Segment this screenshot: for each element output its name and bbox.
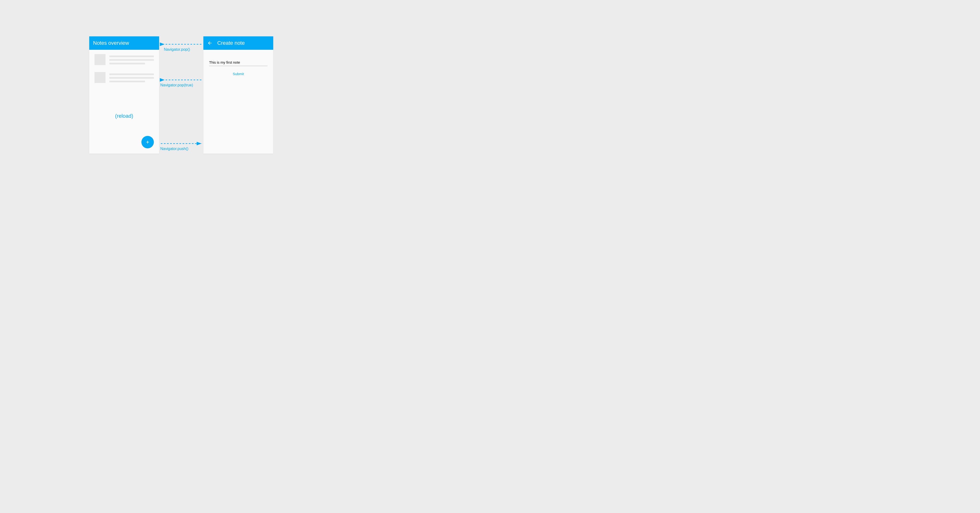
- thumbnail-placeholder: [94, 54, 105, 65]
- list-item[interactable]: [94, 72, 154, 84]
- skeleton-line: [109, 63, 145, 64]
- create-form: Submit: [204, 50, 273, 76]
- appbar-overview: Notes overview: [89, 37, 159, 50]
- label-navigator-pop: Navigator.pop(): [164, 47, 190, 52]
- skeleton-line: [109, 59, 154, 61]
- label-navigator-pop-true: Navigator.pop(true): [160, 83, 193, 87]
- navigation-arrows: [0, 0, 363, 190]
- label-navigator-push: Navigator.push(): [160, 147, 188, 151]
- add-note-fab[interactable]: +: [142, 136, 154, 148]
- skeleton-line: [109, 56, 154, 57]
- text-placeholder: [109, 54, 154, 66]
- list-item[interactable]: [94, 54, 154, 66]
- notes-list: [89, 50, 159, 94]
- text-placeholder: [109, 72, 154, 84]
- note-text-input[interactable]: [209, 59, 267, 66]
- submit-button[interactable]: Submit: [233, 72, 244, 76]
- skeleton-line: [109, 77, 154, 79]
- skeleton-line: [109, 81, 145, 82]
- appbar-title: Create note: [217, 40, 245, 46]
- screen-create-note: Create note Submit: [204, 37, 273, 154]
- arrow-left-icon: [207, 40, 212, 46]
- appbar-title: Notes overview: [93, 40, 129, 46]
- skeleton-line: [109, 73, 154, 75]
- reload-annotation: (reload): [89, 113, 159, 119]
- plus-icon: +: [146, 139, 149, 145]
- thumbnail-placeholder: [94, 72, 105, 83]
- screen-notes-overview: Notes overview (reload): [89, 37, 159, 154]
- back-button[interactable]: [207, 40, 212, 46]
- appbar-create: Create note: [204, 37, 273, 50]
